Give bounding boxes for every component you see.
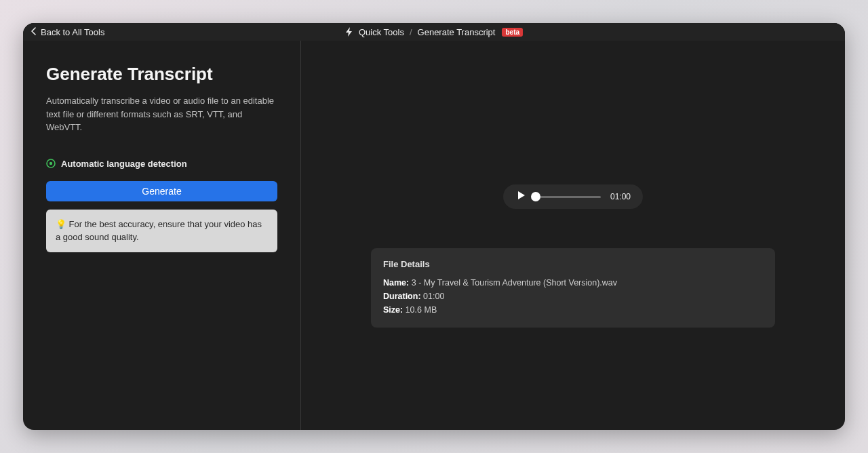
header-bar: Back to All Tools Quick Tools / Generate… (23, 23, 845, 41)
target-icon (46, 159, 56, 168)
audio-duration: 01:00 (610, 192, 631, 201)
breadcrumb-separator: / (410, 27, 412, 37)
breadcrumb: Quick Tools / Generate Transcript beta (345, 27, 523, 37)
breadcrumb-item-quick-tools[interactable]: Quick Tools (359, 27, 404, 37)
play-button[interactable] (515, 191, 526, 202)
file-size-row: Size: 10.6 MB (383, 303, 763, 317)
file-duration-row: Duration: 01:00 (383, 290, 763, 303)
file-size-label: Size: (383, 305, 403, 315)
audio-player: 01:00 (503, 184, 643, 209)
file-name-row: Name: 3 - My Travel & Tourism Adventure … (383, 276, 763, 290)
audio-progress-thumb[interactable] (531, 192, 540, 201)
back-label: Back to All Tools (41, 27, 104, 37)
file-details-card: File Details Name: 3 - My Travel & Touri… (371, 248, 775, 328)
tip-box: 💡 For the best accuracy, ensure that you… (46, 210, 277, 252)
bolt-icon (345, 27, 353, 37)
left-panel: Generate Transcript Automatically transc… (23, 41, 301, 430)
file-details-heading: File Details (383, 259, 763, 269)
breadcrumb-item-generate-transcript: Generate Transcript (418, 27, 496, 37)
file-duration-label: Duration: (383, 292, 421, 301)
content-area: Generate Transcript Automatically transc… (23, 41, 845, 430)
page-description: Automatically transcribe a video or audi… (46, 94, 277, 134)
svg-point-1 (50, 162, 52, 165)
file-name-value: 3 - My Travel & Tourism Adventure (Short… (412, 278, 617, 288)
beta-badge: beta (502, 28, 523, 37)
page-title: Generate Transcript (46, 64, 277, 85)
play-icon (516, 191, 526, 203)
file-duration-value: 01:00 (423, 292, 444, 301)
language-detection-label: Automatic language detection (61, 159, 187, 169)
right-panel: 01:00 File Details Name: 3 - My Travel &… (301, 41, 845, 430)
file-size-value: 10.6 MB (406, 305, 437, 315)
file-name-label: Name: (383, 278, 409, 288)
generate-button[interactable]: Generate (46, 181, 277, 201)
chevron-left-icon (31, 27, 37, 37)
audio-progress-track[interactable] (536, 196, 601, 198)
app-window: Back to All Tools Quick Tools / Generate… (23, 23, 845, 430)
back-to-tools-link[interactable]: Back to All Tools (31, 27, 104, 37)
language-detection-row: Automatic language detection (46, 159, 277, 169)
